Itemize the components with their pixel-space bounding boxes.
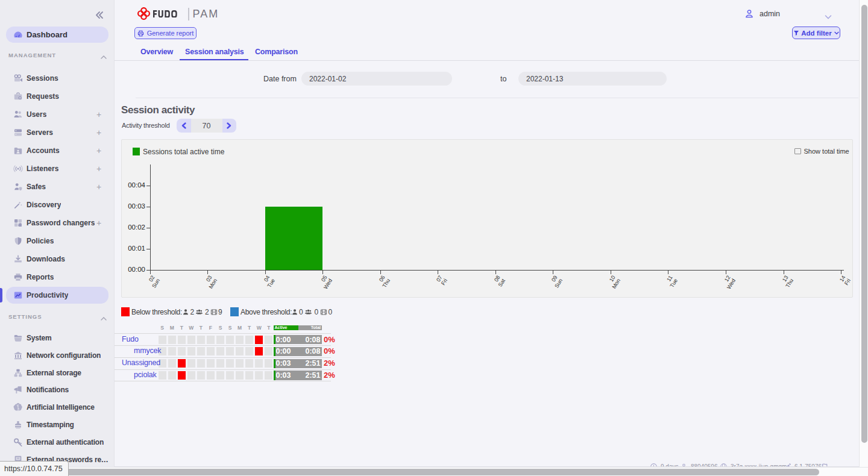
expand-plus-icon[interactable]: + [96,146,101,155]
day-activity-cell [187,347,195,355]
user-menu[interactable]: admin [744,8,835,19]
below-users-count: 2 [190,308,195,316]
user-chevron-down-icon[interactable] [825,11,832,17]
header-divider [115,60,859,61]
day-activity-cell [178,336,186,344]
x-tick-label: 12Wed [717,275,737,296]
sidebar-item-dashboard[interactable]: Dashboard [6,27,108,43]
sidebar-item-artificial-intelligence[interactable]: Artificial Intelligence [0,398,115,416]
generate-report-button[interactable]: Generate report [134,27,197,39]
sidebar: Dashboard MANAGEMENTSessionsRequestsUser… [0,0,115,467]
horizontal-scrollbar[interactable] [0,467,868,476]
sidebar-item-label: Requests [27,92,59,101]
row-name-link[interactable]: pciolak [134,371,157,379]
sidebar-collapse-button[interactable] [93,9,105,21]
row-divider [115,381,331,381]
user-name: admin [760,10,780,18]
sidebar-item-discovery[interactable]: Discovery [0,196,115,214]
expand-plus-icon[interactable]: + [96,164,101,174]
sidebar-item-password-changers[interactable]: Password changers+ [0,214,115,232]
y-tick [146,207,150,207]
app-logo: PAM [137,6,219,22]
row-name-link[interactable]: Fudo [122,335,139,343]
session-count-icon [320,308,327,316]
sidebar-item-label: Users [27,110,46,119]
expand-plus-icon[interactable]: + [96,110,101,119]
day-column-header: F [206,325,215,331]
add-filter-button[interactable]: Add filter [792,27,840,39]
vertical-scrollbar-thumb[interactable] [861,5,867,443]
sidebar-item-requests[interactable]: Requests [0,87,115,105]
day-column-header: S [225,325,235,331]
table-row: mmycek 0:00 0:080% [115,346,338,357]
date-from-input[interactable]: 2022-01-02 [301,72,452,86]
sidebar-item-servers[interactable]: Servers+ [0,124,115,142]
sidebar-item-network-configuration[interactable]: Network configuration [0,346,115,365]
threshold-decrease-button[interactable] [177,119,191,133]
sidebar-item-timestamping[interactable]: Timestamping [0,416,115,434]
user-count-icon [182,308,189,316]
active-fraction [274,335,275,344]
password-changers-icon [13,218,23,228]
sidebar-item-external-authentication[interactable]: External authentication [0,433,115,451]
safes-icon [13,182,23,192]
day-column-header: W [254,325,264,331]
active-item-bar [0,288,2,302]
table-row: Unassigned 0:03 2:512% [115,358,338,369]
sidebar-item-sessions[interactable]: Sessions [0,69,115,87]
sidebar-item-label: Artificial Intelligence [27,403,95,412]
sidebar-item-productivity[interactable]: Productivity [0,286,115,304]
x-tick-label: 09Sun [544,275,564,296]
sidebar-item-system[interactable]: System [0,329,115,347]
section-collapse-chevron-icon[interactable] [100,52,107,60]
horizontal-scrollbar-thumb[interactable] [2,469,819,475]
day-activity-cell [226,336,234,344]
tab-comparison[interactable]: Comparison [255,48,298,56]
date-to-input[interactable]: 2022-01-13 [518,72,667,86]
day-activity-cell [265,359,272,368]
sidebar-item-reports[interactable]: Reports [0,268,115,286]
status-url: https://10.0.74.75 [4,465,63,473]
sidebar-item-label: Discovery [27,201,61,209]
active-total-bar: 0:03 2:51 [274,359,322,368]
sidebar-item-users[interactable]: Users+ [0,105,115,124]
sidebar-item-accounts[interactable]: Accounts+ [0,142,115,160]
sidebar-item-safes[interactable]: Safes+ [0,178,115,196]
section-collapse-chevron-icon[interactable] [100,314,107,321]
y-tick-label: 00:01 [115,245,145,252]
system-icon [13,333,23,343]
sidebar-item-notifications[interactable]: Notifications [0,381,115,399]
below-sessions-count: 9 [218,308,222,316]
threshold-increase-button[interactable] [222,119,237,133]
sidebar-item-label: Safes [27,183,46,191]
chart-bar[interactable] [265,207,323,270]
sidebar-item-label: Listeners [27,164,58,173]
sidebar-item-label: External authentication [27,438,104,446]
sidebar-item-downloads[interactable]: Downloads [0,250,115,268]
session-count-icon [210,308,218,316]
sidebar-item-external-storage[interactable]: External storage [0,364,115,382]
expand-plus-icon[interactable]: + [96,128,101,137]
reports-icon [13,272,23,282]
active-time: 0:00 [276,347,291,355]
vertical-scrollbar[interactable] [859,0,868,467]
above-groups-count: 0 [315,308,319,316]
tab-session-analysis[interactable]: Session analysis [185,48,244,56]
listeners-icon [13,164,23,174]
tab-overview[interactable]: Overview [140,48,173,56]
active-time: 0:00 [276,336,291,344]
users-icon [13,110,23,119]
day-activity-cell [245,347,253,355]
storage-icon [13,368,23,378]
row-name-link[interactable]: Unassigned [122,359,160,367]
sidebar-item-listeners[interactable]: Listeners+ [0,160,115,178]
sidebar-item-label: Password changers [27,219,95,227]
sidebar-item-label: Dashboard [27,30,68,39]
day-activity-cell [168,359,176,368]
expand-plus-icon[interactable]: + [96,218,101,228]
expand-plus-icon[interactable]: + [96,182,101,192]
sidebar-item-policies[interactable]: Policies [0,232,115,250]
row-name-link[interactable]: mmycek [134,346,161,355]
day-column-header: M [235,325,245,331]
day-activity-cell [187,359,195,368]
